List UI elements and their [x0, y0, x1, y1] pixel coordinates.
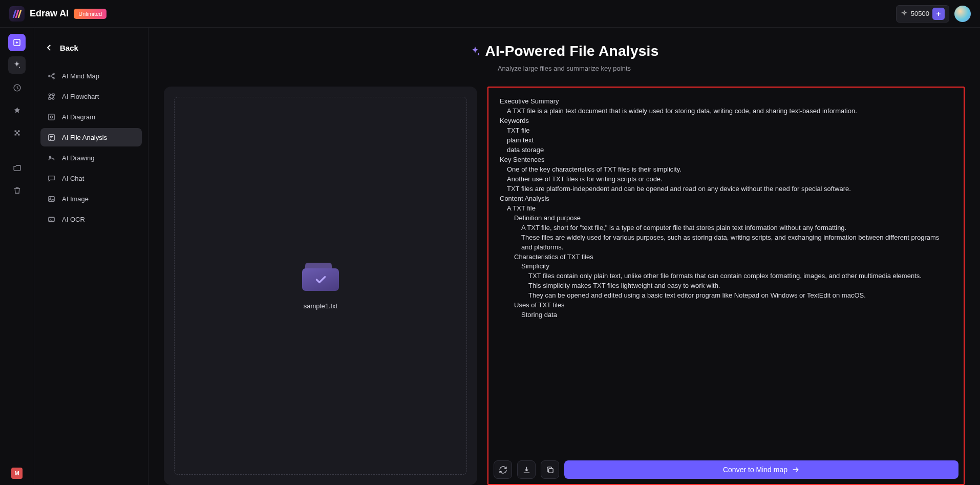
copy-button[interactable]	[541, 460, 559, 479]
analysis-line: TXT files contain only plain text, unlik…	[528, 271, 950, 281]
rail-star-icon[interactable]	[8, 101, 26, 119]
folder-icon	[302, 262, 339, 291]
page-subtitle: Analyze large files and summarize key po…	[164, 65, 965, 72]
sidebar-item-label: AI Image	[62, 195, 89, 203]
credits-pill[interactable]: 50500 +	[896, 5, 949, 23]
analysis-panel: Executive Summary A TXT file is a plain …	[487, 87, 965, 485]
svg-point-4	[53, 73, 54, 74]
sidebar-item-image[interactable]: AI Image	[40, 189, 142, 208]
analysis-line: These files are widely used for various …	[521, 233, 950, 252]
svg-rect-8	[48, 97, 50, 99]
rail-m-badge[interactable]: M	[11, 468, 23, 479]
app-logo[interactable]	[9, 6, 25, 22]
sidebar-item-chat[interactable]: AI Chat	[40, 169, 142, 187]
sidebar-item-label: AI Drawing	[62, 154, 95, 162]
sidebar-item-drawing[interactable]: AI Drawing	[40, 149, 142, 167]
analysis-line: Storing data	[521, 310, 950, 320]
analysis-heading: Key Sentences	[500, 155, 950, 165]
rail-ai-icon[interactable]	[8, 56, 26, 74]
download-button[interactable]	[517, 460, 536, 479]
rail-folder-icon[interactable]	[8, 159, 26, 176]
svg-point-5	[53, 77, 54, 79]
main-content: AI-Powered File Analysis Analyze large f…	[148, 28, 980, 485]
chat-icon	[47, 174, 56, 183]
action-row: Conver to Mind map	[493, 460, 960, 480]
svg-point-9	[52, 97, 54, 99]
topbar-right: 50500 +	[896, 5, 971, 23]
sidebar-item-label: AI Chat	[62, 175, 84, 182]
analysis-line: plain text	[507, 136, 950, 145]
uploaded-file-name: sample1.txt	[304, 302, 337, 310]
diagram-icon	[47, 112, 56, 121]
page-title: AI-Powered File Analysis	[485, 43, 658, 59]
sparkle-icon	[901, 10, 908, 17]
svg-point-3	[48, 75, 50, 77]
sidebar-item-label: AI File Analysis	[62, 134, 107, 141]
analysis-line: One of the key characteristics of TXT fi…	[507, 165, 950, 175]
mindmap-icon	[47, 71, 56, 80]
image-icon	[47, 194, 56, 203]
svg-rect-18	[548, 468, 553, 473]
ocr-icon: OCR	[47, 215, 56, 224]
analysis-line: A TXT file	[507, 204, 950, 214]
svg-rect-12	[48, 134, 54, 140]
analysis-heading: Keywords	[500, 116, 950, 126]
credits-value: 50500	[911, 10, 929, 17]
analysis-heading: Executive Summary	[500, 97, 950, 107]
analysis-line: data storage	[507, 145, 950, 155]
regenerate-button[interactable]	[494, 460, 512, 479]
analysis-line: A TXT file is a plain text document that…	[507, 107, 950, 116]
analysis-line: Uses of TXT files	[514, 301, 950, 310]
rail-create-button[interactable]	[8, 34, 26, 51]
analysis-line: TXT file	[507, 126, 950, 136]
analysis-line: Simplicity	[521, 262, 950, 271]
analysis-line: TXT files are platform-independent and c…	[507, 184, 950, 194]
sidebar: Back AI Mind Map AI Flowchart AI Diagram…	[34, 28, 148, 485]
sparkle-icon	[470, 46, 481, 57]
svg-point-1	[19, 67, 20, 68]
rail-trash-icon[interactable]	[8, 181, 26, 199]
nav-rail: M	[0, 28, 34, 485]
arrow-left-icon	[45, 43, 54, 52]
analysis-line: Another use of TXT files is for writing …	[507, 175, 950, 184]
svg-text:OCR: OCR	[49, 218, 54, 221]
svg-point-13	[49, 156, 51, 157]
sidebar-item-diagram[interactable]: AI Diagram	[40, 108, 142, 126]
sidebar-item-label: AI Flowchart	[62, 93, 99, 100]
back-label: Back	[60, 44, 78, 52]
analysis-line: This simplicity makes TXT files lightwei…	[528, 281, 950, 291]
add-credits-button[interactable]: +	[932, 8, 945, 20]
sidebar-item-mindmap[interactable]: AI Mind Map	[40, 67, 142, 85]
arrow-right-icon	[792, 466, 800, 474]
sidebar-item-ocr[interactable]: OCR AI OCR	[40, 210, 142, 228]
svg-rect-14	[48, 196, 54, 201]
flowchart-icon	[47, 92, 56, 101]
sidebar-item-label: AI Diagram	[62, 113, 95, 121]
analysis-line: A TXT file, short for "text file," is a …	[521, 223, 950, 233]
file-analysis-icon	[47, 133, 56, 142]
back-button[interactable]: Back	[45, 43, 142, 52]
sidebar-item-file-analysis[interactable]: AI File Analysis	[40, 128, 142, 146]
svg-point-11	[50, 116, 52, 118]
analysis-line: They can be opened and edited using a ba…	[528, 291, 950, 301]
sidebar-item-flowchart[interactable]: AI Flowchart	[40, 87, 142, 106]
brand-name: Edraw AI	[30, 8, 69, 19]
convert-label: Conver to Mind map	[723, 466, 787, 474]
analysis-heading: Content Analysis	[500, 194, 950, 204]
upload-panel: sample1.txt	[164, 87, 477, 485]
sidebar-item-label: AI Mind Map	[62, 72, 99, 80]
svg-rect-10	[48, 114, 54, 119]
topbar: Edraw AI Unlimited 50500 +	[0, 0, 980, 28]
plan-badge: Unlimited	[74, 9, 106, 19]
analysis-text[interactable]: Executive Summary A TXT file is a plain …	[493, 92, 960, 455]
topbar-left: Edraw AI Unlimited	[9, 6, 106, 22]
rail-history-icon[interactable]	[8, 79, 26, 96]
svg-rect-7	[52, 94, 54, 96]
drop-zone[interactable]: sample1.txt	[174, 97, 467, 475]
analysis-line: Definition and purpose	[514, 214, 950, 223]
rail-puzzle-icon[interactable]	[8, 124, 26, 141]
convert-button[interactable]: Conver to Mind map	[564, 460, 958, 479]
drawing-icon	[47, 153, 56, 162]
user-avatar[interactable]	[954, 6, 971, 22]
svg-point-6	[49, 94, 51, 96]
